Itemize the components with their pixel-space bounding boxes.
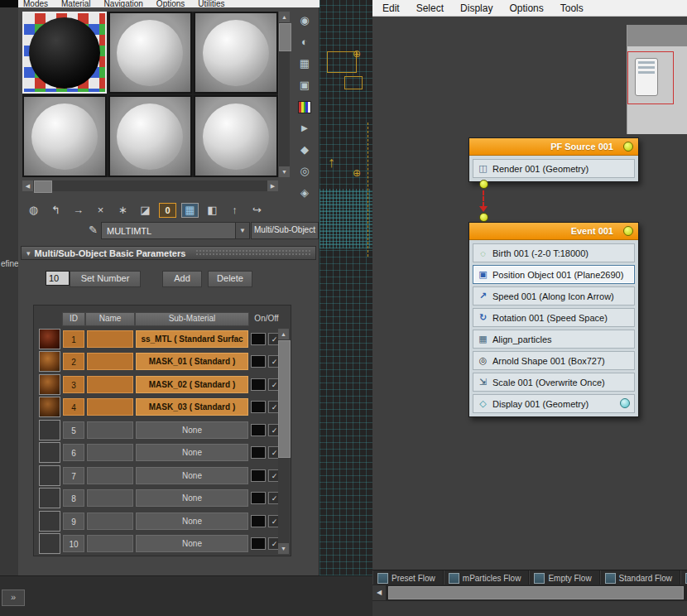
rollout-collapse-icon[interactable]: ▾: [26, 249, 31, 257]
color-swatch[interactable]: [251, 424, 266, 436]
submaterial-preview[interactable]: [39, 488, 60, 508]
enable-dot-icon[interactable]: [623, 142, 633, 152]
options-icon[interactable]: ◆: [295, 141, 314, 158]
scroll-track[interactable]: [52, 180, 267, 191]
operator-rotation[interactable]: ↻ Rotation 001 (Speed Space): [473, 308, 635, 327]
color-swatch[interactable]: [251, 333, 266, 345]
column-header-name[interactable]: Name: [85, 312, 135, 326]
submaterial-preview[interactable]: [39, 351, 60, 372]
background-icon[interactable]: ▦: [295, 55, 314, 72]
chevron-down-icon[interactable]: ▼: [235, 223, 249, 238]
scroll-up-icon[interactable]: ▲: [279, 12, 290, 22]
color-swatch[interactable]: [251, 537, 266, 550]
menu-item-edit[interactable]: Edit: [382, 2, 400, 14]
node-header[interactable]: PF Source 001: [469, 138, 638, 156]
get-material-icon[interactable]: ◍: [25, 202, 42, 219]
scroll-left-icon[interactable]: ◀: [372, 585, 386, 600]
show-map-in-viewport-icon[interactable]: ▦: [181, 203, 199, 218]
table-scrollbar[interactable]: ▲ ▼: [278, 329, 289, 554]
rollout-header[interactable]: ▾ Multi/Sub-Object Basic Parameters: [21, 246, 316, 260]
operator-display[interactable]: ◇ Display 001 (Geometry): [473, 394, 635, 413]
pf-source-node[interactable]: PF Source 001 ◫ Render 001 (Geometry): [468, 137, 639, 182]
submaterial-preview[interactable]: [39, 397, 60, 417]
delete-button[interactable]: Delete: [208, 271, 252, 287]
row-name-field[interactable]: [87, 444, 133, 461]
menu-item-navigation[interactable]: Navigation: [104, 0, 143, 7]
node-header[interactable]: Event 001: [469, 223, 638, 240]
scroll-track[interactable]: [279, 51, 290, 166]
scroll-right-icon[interactable]: ▶: [267, 180, 278, 191]
depot-preset-flow[interactable]: Preset Flow: [372, 570, 444, 585]
row-name-field[interactable]: [87, 330, 133, 348]
submaterial-button[interactable]: ss_MTL ( Standard Surfac: [136, 330, 248, 348]
column-header-submaterial[interactable]: Sub-Material: [135, 312, 249, 326]
menu-item-modes[interactable]: Modes: [23, 0, 48, 7]
menu-item-display[interactable]: Display: [460, 2, 492, 14]
submaterial-preview[interactable]: [39, 533, 60, 554]
operator-position-object[interactable]: ▣ Position Object 001 (Plane2690): [473, 265, 635, 284]
menu-item-material[interactable]: Material: [61, 0, 91, 7]
scroll-thumb[interactable]: [34, 180, 52, 193]
submaterial-button[interactable]: None: [136, 489, 248, 507]
row-name-field[interactable]: [87, 353, 133, 370]
operator-scale[interactable]: ⇲ Scale 001 (Overwrite Once): [473, 373, 635, 392]
submaterial-button[interactable]: MASK_02 ( Standard ): [136, 376, 248, 393]
assign-material-icon[interactable]: →: [70, 202, 87, 219]
table-row[interactable]: 5 None ✓: [39, 420, 281, 440]
depot-partial-item[interactable]: [680, 570, 687, 585]
sample-uv-tiling-icon[interactable]: ▣: [295, 76, 314, 94]
row-name-field[interactable]: [87, 467, 133, 484]
menu-item-options[interactable]: Options: [509, 2, 543, 14]
depot-empty-flow[interactable]: Empty Flow: [529, 570, 599, 585]
generate-preview-icon[interactable]: ►: [295, 119, 314, 137]
sample-slot-active[interactable]: [22, 12, 107, 94]
submaterial-button[interactable]: MASK_01 ( Standard ): [136, 353, 248, 370]
color-swatch[interactable]: [251, 355, 266, 368]
color-swatch[interactable]: [251, 515, 266, 527]
scroll-down-icon[interactable]: ▼: [279, 166, 290, 177]
submaterial-preview[interactable]: [39, 420, 60, 440]
backlight-icon[interactable]: ◐: [295, 33, 314, 51]
table-row[interactable]: 7 None ✓: [39, 465, 281, 486]
sample-slot[interactable]: [108, 12, 193, 94]
particle-view-canvas[interactable]: PF Source 001 ◫ Render 001 (Geometry) Ev…: [372, 17, 687, 570]
material-id-icon[interactable]: 0: [159, 203, 176, 218]
slots-h-scrollbar[interactable]: ◀ ▶: [22, 180, 278, 191]
put-to-scene-icon[interactable]: ↰: [47, 202, 65, 219]
row-name-field[interactable]: [87, 513, 133, 530]
sample-slot[interactable]: [194, 95, 278, 177]
table-row[interactable]: 8 None ✓: [39, 488, 281, 508]
material-map-navigator-icon[interactable]: ◈: [295, 184, 314, 201]
table-row[interactable]: 10 None ✓: [39, 533, 281, 554]
scroll-down-icon[interactable]: ▼: [278, 543, 289, 554]
menu-item-options[interactable]: Options: [156, 0, 185, 7]
depot-standard-flow[interactable]: Standard Flow: [600, 570, 680, 585]
enable-dot-icon[interactable]: [623, 226, 633, 236]
operator-arnold-shape[interactable]: ◎ Arnold Shape 001 (Box727): [473, 351, 635, 370]
add-button[interactable]: Add: [162, 271, 202, 287]
display-color-dot-icon[interactable]: [620, 398, 630, 408]
event-node[interactable]: Event 001 ◌ Birth 001 (-2-0 T:18000) ▣ P…: [468, 222, 639, 417]
operator-speed[interactable]: ↗ Speed 001 (Along Icon Arrow): [473, 286, 635, 306]
submaterial-preview[interactable]: [39, 511, 60, 532]
row-name-field[interactable]: [87, 376, 133, 393]
column-header-id[interactable]: ID: [62, 312, 85, 326]
row-name-field[interactable]: [87, 398, 133, 416]
material-count-input[interactable]: 10: [46, 271, 70, 286]
pick-material-eyedropper-icon[interactable]: ✎: [87, 223, 99, 238]
menu-item-select[interactable]: Select: [416, 2, 444, 14]
table-row[interactable]: 1 ss_MTL ( Standard Surfac ✓: [39, 329, 281, 349]
color-swatch[interactable]: [251, 492, 266, 504]
operator-align-particles[interactable]: ▦ Align_particles: [473, 330, 635, 349]
submaterial-button[interactable]: None: [136, 421, 248, 439]
set-number-button[interactable]: Set Number: [70, 271, 141, 287]
sample-slot[interactable]: [194, 12, 278, 94]
put-to-library-icon[interactable]: ◪: [137, 202, 154, 219]
material-type-button[interactable]: Multi/Sub-Object: [251, 222, 319, 239]
table-row[interactable]: 2 MASK_01 ( Standard ) ✓: [39, 351, 281, 372]
operator-render[interactable]: ◫ Render 001 (Geometry): [473, 159, 635, 178]
slots-v-scrollbar[interactable]: ▲ ▼: [279, 12, 290, 177]
color-swatch[interactable]: [251, 469, 266, 482]
table-row[interactable]: 4 MASK_03 ( Standard ) ✓: [39, 397, 281, 417]
sample-slot[interactable]: [108, 95, 193, 177]
